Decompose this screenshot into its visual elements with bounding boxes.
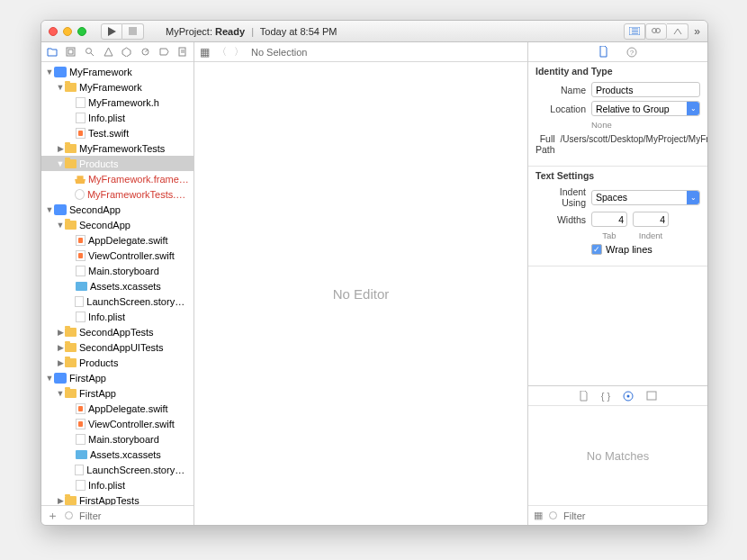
- disclosure-closed-icon[interactable]: ▶: [56, 144, 65, 153]
- story-icon: [75, 296, 84, 307]
- tree-row[interactable]: ▶FirstAppTests: [41, 492, 194, 505]
- file-template-library-icon[interactable]: [579, 391, 589, 402]
- disclosure-closed-icon[interactable]: ▶: [56, 358, 65, 367]
- indent-using-select[interactable]: Spaces ⌄: [591, 190, 700, 205]
- location-select[interactable]: Relative to Group ⌄: [591, 101, 700, 116]
- test-navigator-tab-icon[interactable]: [120, 45, 134, 59]
- tree-row[interactable]: ▼MyFramework: [41, 64, 194, 79]
- stop-button[interactable]: [122, 23, 144, 40]
- object-library-icon[interactable]: [623, 391, 634, 402]
- gfolder-icon: [65, 144, 76, 153]
- tree-row-label: MyFrameworkTests.xctest: [87, 189, 190, 200]
- debug-navigator-tab-icon[interactable]: [138, 45, 152, 59]
- project-tree[interactable]: ▼MyFramework▼MyFrameworkMyFramework.hInf…: [41, 62, 194, 505]
- tree-row[interactable]: Main.storyboard: [41, 431, 194, 447]
- tree-row[interactable]: ▶SecondAppUITests: [41, 339, 194, 355]
- location-sub: None: [591, 120, 700, 130]
- quick-help-tab-icon[interactable]: ?: [626, 47, 637, 58]
- tree-row[interactable]: Assets.xcassets: [41, 447, 194, 462]
- breakpoint-navigator-tab-icon[interactable]: [157, 45, 171, 59]
- wrap-lines-checkbox[interactable]: ✓: [591, 244, 602, 255]
- version-editor-button[interactable]: [667, 23, 688, 40]
- tree-row[interactable]: Info.plist: [41, 309, 194, 324]
- disclosure-open-icon[interactable]: ▼: [45, 205, 54, 214]
- disclosure-closed-icon[interactable]: ▶: [56, 328, 65, 337]
- disclosure-open-icon[interactable]: ▼: [45, 68, 54, 77]
- tree-row[interactable]: ▼SecondApp: [41, 217, 194, 232]
- svg-line-11: [91, 53, 94, 56]
- story-icon: [76, 266, 86, 276]
- disclosure-closed-icon[interactable]: ▶: [56, 496, 65, 505]
- find-navigator-tab-icon[interactable]: [83, 45, 97, 59]
- disclosure-open-icon[interactable]: ▼: [45, 374, 54, 383]
- navigator-filter-input[interactable]: [79, 510, 203, 521]
- swift-icon: [76, 419, 86, 429]
- tree-row[interactable]: ▶SecondAppTests: [41, 324, 194, 339]
- library-pane: { } No Matches ▦: [528, 385, 707, 525]
- report-navigator-tab-icon[interactable]: [176, 45, 190, 59]
- tree-row[interactable]: ▼MyFramework: [41, 79, 194, 95]
- filter-icon[interactable]: [64, 510, 74, 520]
- plist-icon: [76, 113, 86, 123]
- tree-row-label: SecondApp: [69, 204, 121, 215]
- tree-row[interactable]: ViewController.swift: [41, 248, 194, 263]
- tree-row[interactable]: Info.plist: [41, 477, 194, 492]
- tree-row[interactable]: ▶MyFrameworkTests: [41, 140, 194, 156]
- chevron-down-icon: ⌄: [687, 191, 699, 204]
- jump-bar-path[interactable]: No Selection: [251, 47, 307, 58]
- issue-navigator-tab-icon[interactable]: [101, 45, 115, 59]
- fullpath-label: Full Path: [536, 133, 555, 155]
- close-icon[interactable]: [49, 27, 58, 36]
- add-icon[interactable]: ＋: [47, 508, 58, 524]
- back-icon[interactable]: 〈: [217, 45, 227, 59]
- library-filter-input[interactable]: [563, 510, 702, 521]
- tree-row[interactable]: ▼FirstApp: [41, 385, 194, 401]
- gfolder-icon: [65, 358, 76, 367]
- standard-editor-button[interactable]: [624, 23, 645, 40]
- tree-row[interactable]: ViewController.swift: [41, 416, 194, 431]
- tree-row[interactable]: AppDelegate.swift: [41, 232, 194, 248]
- related-items-icon[interactable]: ▦: [200, 46, 210, 59]
- tree-row[interactable]: ▼Products: [41, 156, 194, 171]
- tree-row[interactable]: Info.plist: [41, 110, 194, 125]
- project-navigator-tab-icon[interactable]: [45, 45, 59, 59]
- tree-row[interactable]: ▼SecondApp: [41, 202, 194, 217]
- tree-row-label: Info.plist: [88, 480, 125, 491]
- disclosure-open-icon[interactable]: ▼: [56, 159, 65, 168]
- overflow-icon[interactable]: »: [694, 25, 700, 38]
- symbol-navigator-tab-icon[interactable]: [64, 45, 78, 59]
- file-inspector-tab-icon[interactable]: [598, 46, 608, 58]
- grid-view-icon[interactable]: ▦: [534, 510, 543, 521]
- tree-row[interactable]: AppDelegate.swift: [41, 401, 194, 416]
- tree-row-label: FirstApp: [79, 388, 116, 399]
- run-button[interactable]: [101, 23, 122, 40]
- indent-width-stepper[interactable]: 4: [633, 212, 669, 227]
- assistant-editor-button[interactable]: [645, 23, 667, 40]
- disclosure-open-icon[interactable]: ▼: [56, 83, 65, 92]
- chevron-down-icon: ⌄: [687, 102, 699, 115]
- code-snippet-library-icon[interactable]: { }: [601, 391, 610, 402]
- tree-row[interactable]: ▶Products: [41, 355, 194, 370]
- tree-row[interactable]: Test.swift: [41, 125, 194, 140]
- fullpath-value: /Users/scott/Desktop/MyProject/MyFramewo…: [561, 133, 708, 145]
- tree-row[interactable]: ▼FirstApp: [41, 370, 194, 385]
- zoom-icon[interactable]: [77, 27, 86, 36]
- forward-icon[interactable]: 〉: [234, 45, 244, 59]
- name-field[interactable]: Products: [591, 82, 700, 97]
- tree-row[interactable]: MyFramework.h: [41, 95, 194, 110]
- tree-row[interactable]: LaunchScreen.storyboard: [41, 294, 194, 309]
- filter-icon[interactable]: [548, 510, 558, 520]
- media-library-icon[interactable]: [646, 391, 657, 401]
- disclosure-open-icon[interactable]: ▼: [56, 389, 65, 398]
- tree-row[interactable]: MyFramework.framework: [41, 171, 194, 186]
- swift-icon: [76, 250, 86, 261]
- disclosure-open-icon[interactable]: ▼: [56, 221, 65, 230]
- tree-row[interactable]: LaunchScreen.storyboard: [41, 462, 194, 477]
- tab-width-stepper[interactable]: 4: [591, 212, 627, 227]
- minimize-icon[interactable]: [63, 27, 72, 36]
- tree-row[interactable]: Assets.xcassets: [41, 278, 194, 294]
- svg-point-10: [86, 49, 92, 54]
- tree-row[interactable]: MyFrameworkTests.xctest: [41, 186, 194, 202]
- disclosure-closed-icon[interactable]: ▶: [56, 343, 65, 352]
- tree-row[interactable]: Main.storyboard: [41, 263, 194, 278]
